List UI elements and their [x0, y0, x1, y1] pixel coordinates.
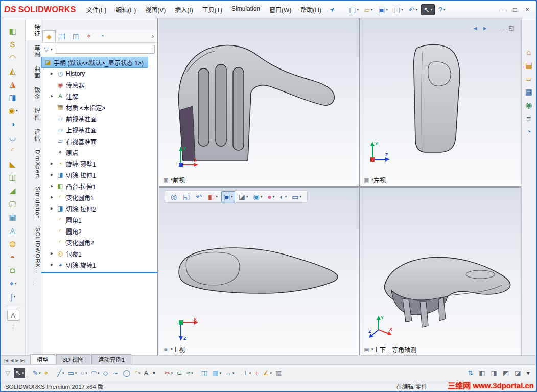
- tree-item[interactable]: ◜ 圆角2: [41, 225, 157, 237]
- expand-arrow-icon[interactable]: ▶: [51, 251, 56, 256]
- extruded-boss-button[interactable]: ◧: [9, 26, 17, 36]
- tab-simulation[interactable]: Simulation: [26, 183, 41, 223]
- design-library-tab[interactable]: ▤: [525, 61, 532, 69]
- circle-button[interactable]: ○▾: [79, 368, 88, 378]
- expand-arrow-icon[interactable]: ▶: [51, 206, 56, 211]
- last-tab-button[interactable]: ▶|: [21, 358, 25, 363]
- print-button[interactable]: ▤▾: [391, 5, 405, 15]
- tab-dimxpert[interactable]: DimXpert: [26, 146, 41, 182]
- linear-pattern-button[interactable]: ▦: [9, 212, 17, 222]
- menu-item[interactable]: 帮助(H): [296, 3, 326, 16]
- tab-evaluate[interactable]: 评估: [26, 125, 41, 145]
- reference-geometry-button[interactable]: ⌖▾: [10, 278, 17, 289]
- trim-entities-button[interactable]: ✂▾: [164, 368, 174, 378]
- menu-item[interactable]: 视图(V): [141, 3, 170, 16]
- rebuild-arrows-button[interactable]: ⇅: [466, 368, 474, 378]
- tree-item[interactable]: ▶ ◧ 凸台-拉伸1: [41, 180, 157, 192]
- tree-item[interactable]: ▶ ◔ 旋转-薄壁1: [41, 158, 157, 169]
- tree-item[interactable]: ▶ ◜ 变化圆角1: [41, 192, 157, 203]
- intersect-button[interactable]: ◘: [10, 265, 16, 275]
- tree-item[interactable]: ▱ 上视基准面: [41, 124, 157, 135]
- ellipse-button[interactable]: ◯: [122, 368, 132, 378]
- expand-arrow-icon[interactable]: ▶: [51, 195, 56, 199]
- tabstrip-drag-handle[interactable]: ⋮: [31, 281, 36, 287]
- view-settings-button[interactable]: ▭▾: [290, 192, 303, 202]
- minimize-button[interactable]: —: [497, 5, 508, 14]
- repair-sketch-button[interactable]: +: [253, 368, 261, 378]
- curves-button[interactable]: ∫▾: [11, 291, 16, 302]
- tab-sheet-metal[interactable]: 钣金: [26, 83, 41, 103]
- displaymanager-tab[interactable]: ◔: [96, 30, 109, 42]
- doc-minimize-button[interactable]: —: [499, 25, 505, 31]
- tree-item[interactable]: ▱ 前视基准面: [41, 113, 157, 124]
- convert-entities-button[interactable]: ⊂: [175, 368, 184, 378]
- expand-arrow-icon[interactable]: ▶: [51, 162, 56, 166]
- view-orientation-button[interactable]: ▣▾: [221, 191, 235, 202]
- pin-icon[interactable]: ➤: [329, 6, 337, 14]
- menu-item[interactable]: 工具(T): [198, 3, 227, 16]
- expand-arrow-icon[interactable]: ▶: [51, 72, 56, 76]
- doc-forward-button[interactable]: ►: [482, 25, 488, 31]
- select-tool-button[interactable]: ↖▾: [14, 368, 25, 378]
- swept-cut-button[interactable]: ◡: [9, 132, 17, 143]
- prev-tab-button[interactable]: ◀: [10, 358, 13, 363]
- hole-wizard-button[interactable]: ◉▾: [8, 105, 18, 116]
- propertymanager-tab[interactable]: ▤: [56, 30, 69, 42]
- display-style-button[interactable]: ◪▾: [237, 192, 250, 202]
- previous-view-button[interactable]: ↶: [194, 192, 204, 202]
- tab-3d-views[interactable]: 3D 视图: [56, 354, 90, 364]
- mirror-button[interactable]: ◬: [10, 225, 17, 236]
- view-right-button[interactable]: ◨: [490, 368, 498, 378]
- text-button[interactable]: A: [143, 368, 151, 378]
- maximize-button[interactable]: □: [509, 5, 521, 14]
- tree-item[interactable]: ▶ ◎ 包覆1: [41, 248, 157, 259]
- tab-model[interactable]: 模型: [30, 354, 55, 364]
- tree-item[interactable]: ▱ 右视基准面: [41, 135, 157, 147]
- tree-item[interactable]: ▶ ◨ 切除-拉伸2: [41, 203, 157, 214]
- expand-arrow-icon[interactable]: ▶: [51, 263, 56, 267]
- view-top-button[interactable]: ◩: [502, 368, 510, 378]
- tree-item[interactable]: ⌖ 原点: [41, 147, 157, 158]
- tab-features[interactable]: 特征: [26, 20, 41, 40]
- new-document-button[interactable]: ▢▾: [347, 5, 361, 15]
- expand-arrow-icon[interactable]: ▶: [51, 94, 56, 98]
- linear-sketch-pattern-button[interactable]: ▦▾: [211, 368, 222, 378]
- view-palette-tab[interactable]: ▦: [525, 88, 532, 96]
- selection-filter-button[interactable]: ▽: [4, 368, 12, 378]
- display-relations-button[interactable]: ⊥▾: [241, 368, 252, 378]
- dome-button[interactable]: ◓: [10, 251, 16, 262]
- tab-solidworks-addins[interactable]: SOLIDWORK...: [26, 224, 41, 278]
- fillet-button[interactable]: ◜: [11, 145, 15, 156]
- shell-button[interactable]: ▢: [9, 198, 17, 209]
- open-button[interactable]: ▱▾: [362, 5, 375, 15]
- quick-snaps-button[interactable]: ∠▾: [262, 368, 273, 378]
- edit-appearance-button[interactable]: ●▾: [266, 192, 276, 202]
- view-iso-button[interactable]: ◪: [513, 368, 522, 378]
- configurationmanager-tab[interactable]: ◫: [69, 30, 82, 42]
- first-tab-button[interactable]: |◀: [4, 358, 8, 363]
- tree-item[interactable]: ◜ 变化圆角2: [41, 237, 157, 248]
- revolved-cut-button[interactable]: ◑: [10, 119, 16, 129]
- file-explorer-tab[interactable]: ▱: [526, 75, 532, 82]
- section-view-button[interactable]: ◧▾: [206, 192, 219, 202]
- sketch-picture-button[interactable]: ▨: [274, 368, 284, 378]
- resources-tab[interactable]: ⌂: [526, 48, 531, 56]
- lofted-boss-button[interactable]: ◭: [10, 65, 17, 76]
- annotation-button[interactable]: A: [7, 310, 19, 321]
- menu-item[interactable]: 插入(I): [170, 3, 197, 16]
- expand-arrow-icon[interactable]: ▶: [51, 184, 56, 188]
- sketch-fillet-button[interactable]: ◜▾: [134, 368, 142, 378]
- undo-button[interactable]: ↶▾: [407, 5, 419, 15]
- move-entities-button[interactable]: ↔▾: [224, 368, 236, 378]
- zoom-area-button[interactable]: ◱: [181, 192, 192, 202]
- tab-motion-study[interactable]: 运动算例1: [91, 354, 131, 364]
- swept-boss-button[interactable]: ◠: [9, 52, 17, 63]
- tree-item[interactable]: ▶ ◷ History: [41, 68, 157, 79]
- menu-item[interactable]: 文件(F): [82, 3, 111, 16]
- viewport-left[interactable]: Y Z ▣ *左视: [360, 18, 521, 186]
- expand-arrow-icon[interactable]: ▶: [51, 173, 56, 177]
- tab-weldments[interactable]: 焊件: [26, 104, 41, 124]
- boundary-boss-button[interactable]: ◮: [10, 79, 17, 89]
- select-button[interactable]: ↖▾: [421, 4, 435, 15]
- apply-scene-button[interactable]: ◐▾: [278, 192, 288, 202]
